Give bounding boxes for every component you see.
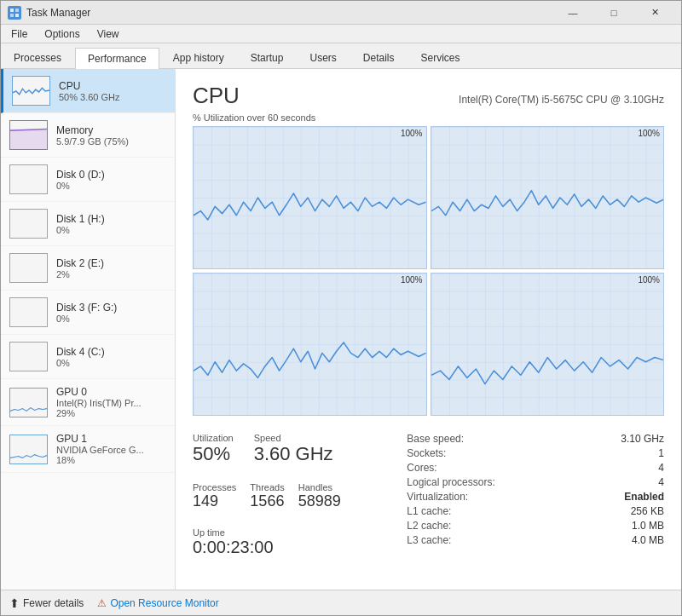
disk2-sidebar-name: Disk 2 (E:) [56,257,166,269]
content-area: CPU 50% 3.60 GHz Memory 5.9/7.9 GB (75%) [1,69,681,590]
graph-label: % Utilization over 60 seconds [193,112,664,123]
resource-monitor-icon: ⚠ [97,597,107,609]
sidebar-item-gpu1[interactable]: GPU 1 NVIDIA GeForce G... 18% [1,426,175,473]
tab-users[interactable]: Users [297,47,349,68]
gpu0-sidebar-stat2: Intel(R) Iris(TM) Pr... [56,398,166,408]
svg-rect-4 [10,129,47,149]
disk3-thumbnail [9,297,48,327]
svg-rect-2 [10,14,14,17]
fewer-details-button[interactable]: ⬆ Fewer details [9,596,84,610]
l3-value: 4.0 MB [632,534,664,546]
base-speed-value: 3.10 GHz [621,433,664,445]
svg-rect-3 [15,14,19,17]
tab-performance[interactable]: Performance [75,48,159,69]
graph2-100-label: 100% [638,129,660,138]
handles-value: 58989 [298,492,341,510]
stats-section: Utilization 50% Speed 3.60 GHz Processes… [193,433,664,567]
processes-value: 149 [193,492,236,510]
cpu-thumbnail [12,76,50,106]
utilization-group: Utilization 50% [193,433,234,465]
tab-processes[interactable]: Processes [1,47,74,68]
gpu0-sidebar-name: GPU 0 [56,386,166,398]
tab-services[interactable]: Services [408,47,473,68]
logical-row: Logical processors: 4 [407,476,664,488]
fewer-details-label: Fewer details [23,597,84,609]
bottom-bar: ⬆ Fewer details ⚠ Open Resource Monitor [1,590,681,615]
app-icon [8,6,21,20]
menu-view[interactable]: View [90,26,126,42]
window-title: Task Manager [26,7,90,19]
logical-value: 4 [658,476,664,488]
utilization-label: Utilization [193,433,234,443]
tab-details[interactable]: Details [350,47,407,68]
cpu-graphs: 100% 100% [193,126,664,416]
svg-rect-12 [431,273,664,415]
disk1-sidebar-stat: 0% [56,225,166,235]
sockets-row: Sockets: 1 [407,447,664,459]
menu-options[interactable]: Options [38,26,86,42]
open-resource-monitor-button[interactable]: ⚠ Open Resource Monitor [97,597,218,609]
sidebar-item-disk0[interactable]: Disk 0 (D:) 0% [1,158,175,202]
disk2-thumbnail [9,253,48,283]
virt-value: Enabled [624,491,664,503]
processes-group: Processes 149 [193,482,236,510]
uptime-group: Up time 0:00:23:00 [193,527,407,557]
cores-label: Cores: [407,462,436,474]
stats-left: Utilization 50% Speed 3.60 GHz Processes… [193,433,407,567]
disk4-sidebar-name: Disk 4 (C:) [56,346,166,358]
utilization-value: 50% [193,443,234,465]
sidebar-item-disk4[interactable]: Disk 4 (C:) 0% [1,335,175,379]
graph1-100-label: 100% [401,129,423,138]
close-button[interactable]: ✕ [635,1,674,25]
l1-row: L1 cache: 256 KB [407,505,664,517]
cpu-model: Intel(R) Core(TM) i5-5675C CPU @ 3.10GHz [459,94,664,106]
open-monitor-label: Open Resource Monitor [110,597,218,609]
sidebar-item-disk2[interactable]: Disk 2 (E:) 2% [1,246,175,291]
sockets-value: 1 [658,447,664,459]
svg-rect-1 [15,9,19,12]
disk4-sidebar-info: Disk 4 (C:) 0% [56,346,166,368]
minimize-button[interactable]: — [553,1,592,25]
cpu-graph-1: 100% [193,126,427,269]
gpu1-thumbnail [9,435,48,464]
handles-label: Handles [298,482,341,492]
sidebar-item-cpu[interactable]: CPU 50% 3.60 GHz [1,69,175,113]
threads-value: 1566 [250,492,284,510]
speed-value: 3.60 GHz [254,443,333,465]
l2-row: L2 cache: 1.0 MB [407,520,664,532]
svg-rect-6 [194,127,426,268]
cpu-graph-4: 100% [431,273,665,416]
processes-label: Processes [193,482,236,492]
base-speed-row: Base speed: 3.10 GHz [407,433,664,445]
mem-sidebar-info: Memory 5.9/7.9 GB (75%) [56,124,166,147]
speed-label: Speed [254,433,333,443]
disk2-sidebar-stat: 2% [56,269,166,279]
specs-panel: Base speed: 3.10 GHz Sockets: 1 Cores: 4… [407,433,664,567]
maximize-button[interactable]: □ [594,1,633,25]
tab-bar: Processes Performance App history Startu… [1,43,681,69]
l1-value: 256 KB [631,505,664,517]
gpu1-sidebar-info: GPU 1 NVIDIA GeForce G... 18% [56,433,166,465]
cpu-sidebar-info: CPU 50% 3.60 GHz [59,80,166,102]
l1-label: L1 cache: [407,505,451,517]
graph4-100-label: 100% [638,275,660,285]
tab-startup[interactable]: Startup [238,47,297,68]
disk4-sidebar-stat: 0% [56,358,166,368]
cpu-title: CPU [193,83,240,109]
threads-group: Threads 1566 [250,482,284,510]
menu-file[interactable]: File [4,26,34,42]
disk1-sidebar-info: Disk 1 (H:) 0% [56,213,166,235]
cpu-sidebar-name: CPU [59,80,166,92]
tab-app-history[interactable]: App history [160,47,237,68]
virt-label: Virtualization: [407,491,468,503]
sidebar-item-disk1[interactable]: Disk 1 (H:) 0% [1,202,175,246]
graph3-100-label: 100% [401,275,423,285]
sidebar-item-gpu0[interactable]: GPU 0 Intel(R) Iris(TM) Pr... 29% [1,379,175,426]
sidebar-item-memory[interactable]: Memory 5.9/7.9 GB (75%) [1,113,175,158]
l2-label: L2 cache: [407,520,451,532]
cpu-graph-2: 100% [431,126,665,269]
handles-group: Handles 58989 [298,482,341,510]
speed-group: Speed 3.60 GHz [254,433,333,465]
sidebar-item-disk3[interactable]: Disk 3 (F: G:) 0% [1,291,175,335]
uptime-value: 0:00:23:00 [193,538,407,557]
